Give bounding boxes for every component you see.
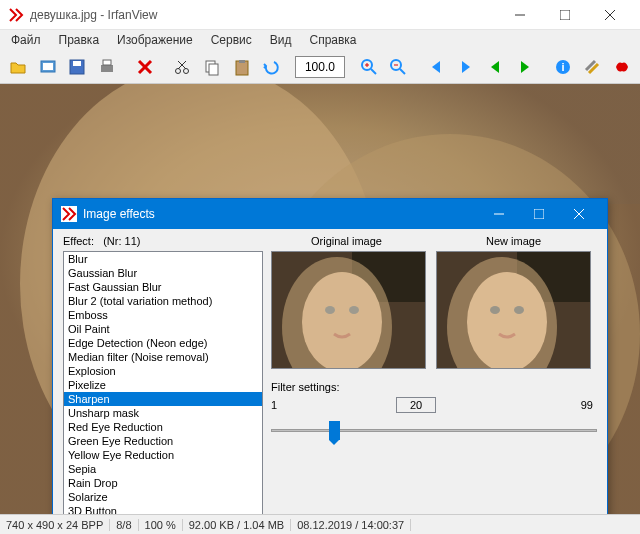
menu-image[interactable]: Изображение — [110, 31, 200, 49]
new-label: New image — [430, 235, 597, 247]
next-image-icon[interactable] — [452, 53, 480, 81]
undo-icon[interactable] — [257, 53, 285, 81]
prev-image-icon[interactable] — [422, 53, 450, 81]
status-zoom: 100 % — [139, 519, 183, 531]
main-titlebar: девушка.jpg - IrfanView — [0, 0, 640, 30]
menu-help[interactable]: Справка — [302, 31, 363, 49]
effect-number: (Nr: 11) — [103, 235, 140, 247]
prev-page-icon[interactable] — [482, 53, 510, 81]
status-dimensions: 740 x 490 x 24 BPP — [0, 519, 110, 531]
cut-icon[interactable] — [168, 53, 196, 81]
paste-icon[interactable] — [228, 53, 256, 81]
svg-line-22 — [371, 69, 376, 74]
svg-rect-8 — [73, 61, 81, 66]
toolbar: i — [0, 50, 640, 84]
svg-rect-20 — [239, 60, 245, 63]
svg-rect-39 — [534, 209, 544, 219]
effect-item[interactable]: Unsharp mask — [64, 406, 262, 420]
slider-max: 99 — [581, 399, 593, 411]
zoom-out-icon[interactable] — [385, 53, 413, 81]
filter-settings-label: Filter settings: — [271, 381, 597, 393]
dialog-title: Image effects — [83, 207, 479, 221]
original-label: Original image — [263, 235, 430, 247]
next-page-icon[interactable] — [511, 53, 539, 81]
svg-text:i: i — [561, 61, 564, 73]
svg-rect-18 — [209, 64, 218, 75]
delete-icon[interactable] — [131, 53, 159, 81]
image-effects-dialog: Image effects Effect: (Nr: 11) Original … — [52, 198, 608, 514]
new-preview — [436, 251, 591, 369]
save-icon[interactable] — [63, 53, 91, 81]
app-icon — [8, 7, 24, 23]
zoom-in-icon[interactable] — [355, 53, 383, 81]
menu-file[interactable]: Файл — [4, 31, 48, 49]
effect-item[interactable]: Sepia — [64, 462, 262, 476]
effect-item[interactable]: Fast Gaussian Blur — [64, 280, 262, 294]
svg-rect-10 — [103, 60, 111, 65]
minimize-button[interactable] — [497, 0, 542, 30]
dialog-minimize-button[interactable] — [479, 199, 519, 229]
svg-rect-2 — [560, 10, 570, 20]
effect-item[interactable]: Edge Detection (Neon edge) — [64, 336, 262, 350]
dialog-icon — [61, 206, 77, 222]
effect-item[interactable]: Blur — [64, 252, 262, 266]
print-icon[interactable] — [93, 53, 121, 81]
dialog-titlebar: Image effects — [53, 199, 607, 229]
effect-item[interactable]: Red Eye Reduction — [64, 420, 262, 434]
status-page: 8/8 — [110, 519, 138, 531]
slider-min: 1 — [271, 399, 311, 411]
effect-item[interactable]: Rain Drop — [64, 476, 262, 490]
effect-item[interactable]: Solarize — [64, 490, 262, 504]
settings-icon[interactable] — [579, 53, 607, 81]
effect-item[interactable]: 3D Button — [64, 504, 262, 514]
svg-rect-9 — [101, 65, 113, 72]
menu-view[interactable]: Вид — [263, 31, 299, 49]
dialog-maximize-button[interactable] — [519, 199, 559, 229]
slider-value[interactable]: 20 — [396, 397, 436, 413]
effect-item[interactable]: Yellow Eye Reduction — [64, 448, 262, 462]
menu-edit[interactable]: Правка — [52, 31, 107, 49]
svg-line-26 — [400, 69, 405, 74]
svg-point-14 — [184, 68, 189, 73]
open-icon[interactable] — [4, 53, 32, 81]
status-date: 08.12.2019 / 14:00:37 — [291, 519, 411, 531]
svg-rect-19 — [236, 61, 248, 75]
close-button[interactable] — [587, 0, 632, 30]
maximize-button[interactable] — [542, 0, 587, 30]
effect-item[interactable]: Green Eye Reduction — [64, 434, 262, 448]
about-icon[interactable] — [608, 53, 636, 81]
status-size: 92.00 KB / 1.04 MB — [183, 519, 291, 531]
effect-item[interactable]: Sharpen — [64, 392, 262, 406]
effect-item[interactable]: Explosion — [64, 364, 262, 378]
menubar: Файл Правка Изображение Сервис Вид Справ… — [0, 30, 640, 50]
info-icon[interactable]: i — [549, 53, 577, 81]
dialog-close-button[interactable] — [559, 199, 599, 229]
copy-icon[interactable] — [198, 53, 226, 81]
svg-rect-6 — [43, 63, 53, 70]
statusbar: 740 x 490 x 24 BPP 8/8 100 % 92.00 KB / … — [0, 514, 640, 534]
original-preview — [271, 251, 426, 369]
effect-item[interactable]: Blur 2 (total variation method) — [64, 294, 262, 308]
effect-item[interactable]: Gaussian Blur — [64, 266, 262, 280]
slideshow-icon[interactable] — [34, 53, 62, 81]
effect-list[interactable]: BlurGaussian BlurFast Gaussian BlurBlur … — [63, 251, 263, 514]
effect-item[interactable]: Pixelize — [64, 378, 262, 392]
svg-point-13 — [176, 68, 181, 73]
effect-item[interactable]: Oil Paint — [64, 322, 262, 336]
effect-label: Effect: — [63, 235, 94, 247]
slider-thumb[interactable] — [329, 421, 340, 440]
effect-item[interactable]: Median filter (Noise removal) — [64, 350, 262, 364]
menu-service[interactable]: Сервис — [204, 31, 259, 49]
filter-slider[interactable] — [271, 419, 597, 443]
window-title: девушка.jpg - IrfanView — [30, 8, 497, 22]
zoom-input[interactable] — [295, 56, 345, 78]
effect-item[interactable]: Emboss — [64, 308, 262, 322]
image-canvas: Image effects Effect: (Nr: 11) Original … — [0, 84, 640, 514]
